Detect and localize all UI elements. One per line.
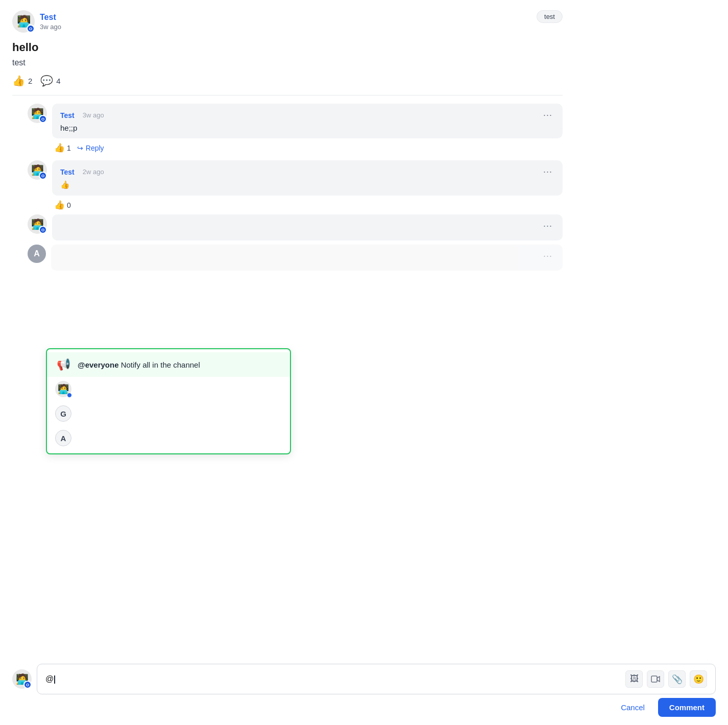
- comment2-author: Test: [60, 168, 75, 176]
- post-title: hello: [12, 41, 563, 54]
- avatar-badge2: O: [39, 172, 47, 180]
- post-author-row: 🧑‍💻 O Test 3w ago: [12, 10, 61, 33]
- comment1-author: Test: [60, 111, 75, 119]
- comment1-thumbsup-icon: 👍: [54, 142, 65, 153]
- avatar-online-badge: O: [27, 25, 35, 33]
- comment1-avatar: 🧑‍💻 O: [28, 104, 47, 123]
- mention-online-badge: [67, 393, 72, 398]
- post-reaction-bar: 👍 2 💬 4: [12, 75, 563, 87]
- post-header: 🧑‍💻 O Test 3w ago test: [12, 10, 563, 33]
- comment2-timestamp: 2w ago: [83, 168, 104, 176]
- like-count: 2: [28, 77, 32, 85]
- reply-label: Reply: [86, 144, 104, 152]
- mention-a-avatar: A: [55, 430, 71, 446]
- comment4-header: ···: [59, 251, 554, 261]
- comment-row: 🧑‍💻 O Test 3w ago ··· he;;p: [28, 104, 563, 138]
- comment-count: 4: [56, 77, 60, 85]
- post-author-name: Test: [40, 13, 61, 22]
- post-divider: [12, 95, 563, 95]
- comment4-avatar: A: [28, 245, 46, 263]
- comment2-avatar: 🧑‍💻 O: [28, 160, 47, 180]
- comment1-text: he;;p: [60, 124, 554, 132]
- comment4-bubble: ···: [51, 245, 563, 271]
- comment1-timestamp: 3w ago: [83, 111, 104, 119]
- comment4-row: A ···: [28, 245, 563, 271]
- mention-everyone-item[interactable]: 📢 @everyone Notify all in the channel: [47, 352, 290, 377]
- user-badge: test: [537, 10, 563, 23]
- chat-icon: 💬: [40, 75, 53, 87]
- comment2-like-count: 0: [67, 201, 71, 209]
- comment3-bubble: ···: [52, 214, 563, 240]
- comment2-row: 🧑‍💻 O Test 2w ago ··· 👍: [28, 160, 563, 196]
- reply-icon: ↪: [77, 144, 83, 152]
- comment4-more-button[interactable]: ···: [541, 251, 554, 261]
- comment3-avatar: 🧑‍💻 O: [28, 214, 47, 234]
- reply-button[interactable]: ↪ Reply: [77, 144, 104, 152]
- comment2-more-button[interactable]: ···: [541, 166, 554, 177]
- comment2-text: 👍: [60, 180, 554, 189]
- post-author-info: Test 3w ago: [40, 13, 61, 31]
- mention-g-avatar: G: [55, 405, 71, 422]
- comment2-like[interactable]: 👍 0: [54, 200, 71, 210]
- comment3-header: ···: [60, 221, 554, 231]
- comments-section: 🧑‍💻 O Test 3w ago ··· he;;p 👍 1 ↪ Reply: [12, 104, 563, 271]
- comment1-bubble: Test 3w ago ··· he;;p: [52, 104, 563, 138]
- mention-user-avatar-item[interactable]: 🧑‍💻: [47, 377, 290, 401]
- post-author-avatar: 🧑‍💻 O: [12, 10, 35, 33]
- avatar-badge3: O: [39, 226, 47, 234]
- comment3-more-button[interactable]: ···: [541, 221, 554, 231]
- comment1-header: Test 3w ago ···: [60, 110, 554, 120]
- post-body: test: [12, 58, 563, 67]
- comment2-reactions: 👍 0: [28, 200, 563, 210]
- thumbsup-icon: 👍: [12, 75, 25, 87]
- avatar-badge: O: [39, 115, 47, 123]
- megaphone-icon: 📢: [55, 356, 71, 373]
- mention-g-item[interactable]: G: [47, 401, 290, 426]
- mention-everyone-text: @everyone Notify all in the channel: [78, 360, 200, 369]
- comment2-thumbsup-icon: 👍: [54, 200, 65, 210]
- post-timestamp: 3w ago: [40, 23, 61, 31]
- comment2-bubble: Test 2w ago ··· 👍: [52, 160, 563, 196]
- comment1-more-button[interactable]: ···: [541, 110, 554, 120]
- comment3-row: 🧑‍💻 O ···: [28, 214, 563, 240]
- like-reaction[interactable]: 👍 2: [12, 75, 32, 87]
- mention-dropdown: 📢 @everyone Notify all in the channel 🧑‍…: [46, 348, 291, 454]
- mention-user-avatar: 🧑‍💻: [55, 381, 71, 397]
- mention-a-item[interactable]: A: [47, 426, 290, 450]
- comment2-header: Test 2w ago ···: [60, 166, 554, 177]
- comment1-like[interactable]: 👍 1: [54, 142, 71, 153]
- comment1-reactions: 👍 1 ↪ Reply: [28, 142, 563, 153]
- comment1-like-count: 1: [67, 144, 71, 152]
- comment-reaction[interactable]: 💬 4: [40, 75, 60, 87]
